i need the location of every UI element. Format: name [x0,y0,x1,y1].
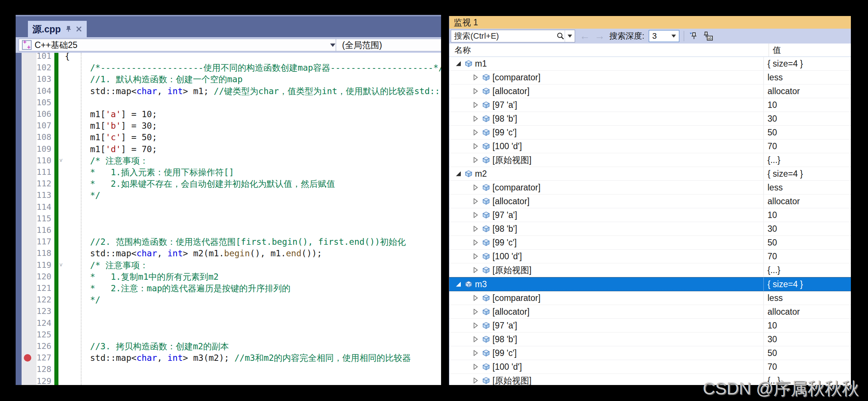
watch-row-name-cell[interactable]: [allocator] [449,305,764,318]
code-line[interactable] [60,363,441,375]
code-line[interactable]: m1['b'] = 30; [60,120,441,132]
collapse-arrow-icon[interactable] [473,212,478,218]
code-line[interactable] [60,317,441,329]
watch-row-name-cell[interactable]: [98 'b'] [449,222,764,235]
watch-row-name-cell[interactable]: [100 'd'] [449,250,764,263]
collapse-arrow-icon[interactable] [473,102,478,108]
watch-row[interactable]: [100 'd']70 [449,360,851,374]
back-button[interactable]: ← [580,31,590,41]
watch-row[interactable]: [98 'b']30 [449,112,851,126]
watch-row[interactable]: [allocator]allocator [449,195,851,208]
watch-row[interactable]: [comparator]less [449,71,851,84]
watch-row-value[interactable]: less [764,71,851,84]
watch-search-box[interactable] [451,30,575,42]
code-line[interactable]: * 1.插入元素：使用下标操作符[] [60,166,441,178]
fold-marker-icon[interactable]: ˅ [59,158,65,165]
pin-icon[interactable] [64,25,72,33]
collapse-arrow-icon[interactable] [473,253,478,259]
code-line[interactable]: std::map<char, int> m2(m1.begin(), m1.en… [60,247,441,259]
code-line[interactable]: m1['a'] = 10; [60,108,441,120]
watch-row-name-cell[interactable]: [原始视图] [449,153,764,167]
watch-row[interactable]: [allocator]allocator [449,305,851,319]
watch-row-name-cell[interactable]: [97 'a'] [449,208,764,222]
watch-row-value[interactable]: 50 [764,236,851,249]
expand-arrow-icon[interactable] [456,282,461,287]
watch-row-name-cell[interactable]: [allocator] [449,84,764,98]
code-line[interactable] [60,201,441,213]
watch-row-value[interactable]: 10 [764,319,851,332]
scope-dropdown[interactable]: (全局范围) [336,39,441,51]
watch-row-name-cell[interactable]: m1 [449,57,764,70]
code-line[interactable]: //3. 拷贝构造函数：创建m2的副本 [60,340,441,352]
code-line[interactable]: { [60,53,441,62]
collapse-arrow-icon[interactable] [473,364,478,370]
tab-source-cpp[interactable]: 源.cpp [28,21,87,37]
watch-row-value[interactable]: 30 [764,333,851,346]
watch-row[interactable]: m1{ size=4 } [449,57,851,71]
watch-row[interactable]: [98 'b']30 [449,222,851,236]
search-depth-dropdown[interactable]: 3 [649,30,679,42]
watch-row[interactable]: m3{ size=4 } [449,277,851,291]
collapse-arrow-icon[interactable] [473,323,478,328]
watch-row-value[interactable]: 70 [764,139,851,153]
watch-row-value[interactable]: allocator [764,195,851,208]
watch-row-name-cell[interactable]: [97 'a'] [449,319,764,332]
watch-row[interactable]: [100 'd']70 [449,250,851,263]
watch-row-value[interactable]: { size=4 } [764,167,851,180]
watch-row-value[interactable]: 10 [764,208,851,222]
watch-row[interactable]: [100 'd']70 [449,139,851,153]
expand-arrow-icon[interactable] [456,61,461,66]
watch-row-value[interactable]: 30 [764,112,851,125]
collapse-arrow-icon[interactable] [473,116,478,122]
code-line[interactable]: m1['c'] = 50; [60,131,441,143]
watch-row-name-cell[interactable]: m3 [449,278,764,291]
watch-row-name-cell[interactable]: [100 'd'] [449,360,764,373]
column-header-value[interactable]: 值 [769,44,851,57]
watch-row-name-cell[interactable]: [100 'd'] [449,139,764,153]
collapse-arrow-icon[interactable] [473,336,478,342]
watch-row-value[interactable]: 70 [764,360,851,373]
code-line[interactable] [60,213,441,225]
fold-marker-icon[interactable]: ˅ [59,262,65,270]
code-line[interactable]: m1['d'] = 70; [60,143,441,155]
watch-row-value[interactable]: allocator [764,305,851,318]
watch-row-name-cell[interactable]: [comparator] [449,291,764,305]
forward-button[interactable]: → [594,31,605,41]
watch-row-value[interactable]: 50 [764,346,851,360]
code-line[interactable] [60,97,441,109]
watch-row[interactable]: [99 'c']50 [449,346,851,360]
code-line[interactable]: * 1.复制m1中的所有元素到m2 [60,271,441,283]
code-area[interactable]: {/*--------------------使用不同的构造函数创建map容器-… [60,53,441,385]
watch-row-name-cell[interactable]: [comparator] [449,181,764,194]
watch-row-name-cell[interactable]: [allocator] [449,195,764,208]
collapse-arrow-icon[interactable] [473,378,478,384]
search-input[interactable] [451,31,556,41]
watch-row-value[interactable]: { size=4 } [764,278,851,291]
watch-row-value[interactable]: 50 [764,126,851,139]
watch-row-value[interactable]: {...} [764,153,851,167]
collapse-arrow-icon[interactable] [473,157,478,163]
collapse-arrow-icon[interactable] [473,74,478,80]
watch-row[interactable]: m2{ size=4 } [449,167,851,181]
watch-row[interactable]: [97 'a']10 [449,319,851,333]
watch-row-name-cell[interactable]: [comparator] [449,71,764,84]
code-line[interactable]: * 2.注意：map的迭代器遍历是按键的升序排列的 [60,282,441,294]
watch-row-name-cell[interactable]: [99 'c'] [449,126,764,139]
watch-row-value[interactable]: allocator [764,84,851,98]
collapse-arrow-icon[interactable] [473,185,478,190]
collapse-arrow-icon[interactable] [473,129,478,135]
watch-row-name-cell[interactable]: [98 'b'] [449,333,764,346]
watch-row[interactable]: [comparator]less [449,291,851,305]
collapse-arrow-icon[interactable] [473,226,478,232]
watch-row-value[interactable]: 70 [764,250,851,263]
pin-text-icon[interactable]: ab [703,31,713,41]
watch-row[interactable]: [allocator]allocator [449,84,851,98]
code-line[interactable]: std::map<char, int> m1; //键类型为char，值类型为i… [60,85,441,97]
collapse-arrow-icon[interactable] [473,88,478,94]
watch-row[interactable]: [99 'c']50 [449,126,851,139]
code-line[interactable]: * 2.如果键不存在，会自动创建并初始化为默认值，然后赋值 [60,178,441,190]
collapse-arrow-icon[interactable] [473,240,478,246]
collapse-arrow-icon[interactable] [473,198,478,204]
code-line[interactable]: /* 注意事项： [60,155,441,167]
watch-row-value[interactable]: less [764,181,851,194]
